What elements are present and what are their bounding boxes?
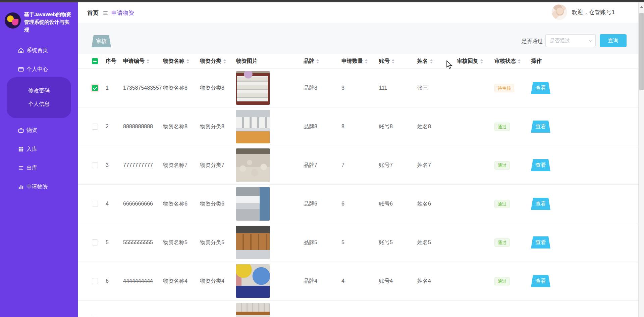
app-title: 基于JavaWeb的物资管理系统的设计与实现 <box>21 10 72 34</box>
cell-index: 3 <box>103 162 120 168</box>
sidebar-submenu: 修改密码个人信息 <box>7 77 71 118</box>
status-badge: 通过 <box>494 277 510 285</box>
sort-icon[interactable] <box>147 59 149 63</box>
cell-apply-no: 4444444444 <box>120 278 160 284</box>
column-header[interactable]: 物资名称 <box>160 58 197 65</box>
screen: 基于JavaWeb的物资管理系统的设计与实现 系统首页个人中心修改密码个人信息物… <box>0 0 644 317</box>
cell-category: 物资分类5 <box>197 239 233 246</box>
sort-icon[interactable] <box>480 59 483 63</box>
cell-person: 姓名7 <box>415 162 454 169</box>
sidebar-item-6[interactable]: 申请物资 <box>0 177 78 196</box>
submenu-item[interactable]: 个人信息 <box>7 97 71 111</box>
column-header[interactable]: 操作 <box>528 58 638 65</box>
cell-person: 姓名8 <box>415 123 454 130</box>
briefcase-icon <box>17 127 24 134</box>
view-button[interactable]: 查看 <box>531 236 550 248</box>
material-photo <box>236 71 270 105</box>
view-button[interactable]: 查看 <box>531 198 550 210</box>
sort-icon[interactable] <box>186 59 189 63</box>
row-checkbox[interactable] <box>92 239 98 245</box>
material-photo <box>236 110 270 143</box>
table-body: 11735875483557物资名称8物资分类8品牌83111张三待审核查看28… <box>78 69 638 317</box>
cell-person: 姓名5 <box>415 239 454 246</box>
row-checkbox[interactable] <box>92 278 98 284</box>
submenu-item[interactable]: 修改密码 <box>7 84 71 97</box>
sidebar-item-5[interactable]: 出库 <box>0 158 78 177</box>
cell-apply-no: 6666666666 <box>120 201 160 207</box>
cell-account: 111 <box>376 85 415 91</box>
cell-apply-no: 7777777777 <box>120 162 160 168</box>
bar-chart-icon <box>17 183 24 190</box>
view-button[interactable]: 查看 <box>531 275 550 287</box>
sort-icon[interactable] <box>223 59 226 63</box>
table-row: 64444444444物资名称4物资分类4品牌44账号4姓名4通过查看 <box>78 262 638 301</box>
mouse-cursor <box>445 60 453 70</box>
user-box: 欢迎，仓管账号1 <box>552 4 615 20</box>
material-photo <box>236 303 270 317</box>
row-checkbox[interactable] <box>92 85 98 91</box>
cell-name: 物资名称4 <box>160 278 197 285</box>
audit-button[interactable]: 审核 <box>92 35 111 47</box>
scrollbar-up-arrow-icon[interactable] <box>640 6 643 8</box>
query-button[interactable]: 查询 <box>600 34 627 47</box>
cell-person: 张三 <box>415 85 454 92</box>
sidebar-item-4[interactable]: 入库 <box>0 140 78 158</box>
scrollbar-thumb[interactable] <box>639 13 644 90</box>
sidebar-item-label: 个人中心 <box>26 66 48 73</box>
status-badge: 待审核 <box>494 84 514 92</box>
cell-name: 物资名称8 <box>160 85 197 92</box>
cell-qty: 3 <box>339 85 376 91</box>
avatar[interactable] <box>552 4 567 20</box>
status-badge: 通过 <box>494 238 510 247</box>
column-header[interactable]: 品牌 <box>301 58 339 65</box>
column-header[interactable]: 申请数量 <box>339 58 376 65</box>
column-header[interactable]: 审核状态 <box>492 58 528 65</box>
table-row: 55555555555物资名称5物资分类5品牌55账号5姓名5通过查看 <box>78 223 638 262</box>
column-header[interactable]: 物资图片 <box>233 58 301 65</box>
material-photo <box>236 187 270 221</box>
view-button[interactable]: 查看 <box>531 82 550 94</box>
breadcrumb: 首页 申请物资 <box>87 9 134 17</box>
app-logo-icon <box>5 12 21 29</box>
window-top-strip <box>0 0 644 2</box>
select-all-checkbox[interactable] <box>92 58 98 64</box>
column-header[interactable]: 序号 <box>103 58 120 65</box>
row-checkbox[interactable] <box>92 162 98 168</box>
row-checkbox[interactable] <box>92 124 98 130</box>
cell-name: 物资名称5 <box>160 239 197 246</box>
id-card-icon <box>17 66 24 73</box>
column-header[interactable]: 审核回复 <box>454 58 492 65</box>
sidebar-item-label: 系统首页 <box>26 47 48 54</box>
table-row: 28888888888物资名称8物资分类8品牌88账号8姓名8通过查看 <box>78 107 638 146</box>
sidebar: 基于JavaWeb的物资管理系统的设计与实现 系统首页个人中心修改密码个人信息物… <box>0 2 78 317</box>
cell-index: 4 <box>103 201 120 207</box>
cell-name: 物资名称7 <box>160 162 197 169</box>
table-row: 37777777777物资名称7物资分类7品牌77账号7姓名7通过查看 <box>78 146 638 185</box>
row-checkbox[interactable] <box>92 201 98 207</box>
column-header[interactable]: 账号 <box>376 58 415 65</box>
sidebar-item-1[interactable]: 系统首页 <box>0 41 78 60</box>
column-header[interactable]: 物资分类 <box>197 58 233 65</box>
cell-person: 姓名4 <box>415 278 454 285</box>
cell-category: 物资分类7 <box>197 162 233 169</box>
cell-brand: 品牌5 <box>301 239 339 246</box>
cell-apply-no: 8888888888 <box>120 124 160 130</box>
view-button[interactable]: 查看 <box>531 159 550 171</box>
sort-icon[interactable] <box>518 59 521 63</box>
sort-icon[interactable] <box>392 59 394 63</box>
table: 序号申请编号物资名称物资分类物资图片品牌申请数量账号姓名审核回复审核状态操作 1… <box>78 54 638 317</box>
scrollbar[interactable] <box>638 2 644 317</box>
sort-icon[interactable] <box>430 59 433 63</box>
table-row: 11735875483557物资名称8物资分类8品牌83111张三待审核查看 <box>78 69 638 107</box>
sidebar-item-3[interactable]: 物资 <box>0 121 78 140</box>
sort-icon[interactable] <box>316 59 319 63</box>
sort-icon[interactable] <box>365 59 368 63</box>
view-button[interactable]: 查看 <box>531 121 550 133</box>
pass-filter-select[interactable]: 是否通过 <box>545 34 596 47</box>
breadcrumb-home[interactable]: 首页 <box>87 9 99 17</box>
column-header[interactable]: 申请编号 <box>120 58 160 65</box>
breadcrumb-current[interactable]: 申请物资 <box>111 9 134 17</box>
sidebar-item-2[interactable]: 个人中心 <box>0 60 78 79</box>
cell-account: 账号5 <box>376 239 415 246</box>
cell-apply-no: 1735875483557 <box>120 85 160 91</box>
